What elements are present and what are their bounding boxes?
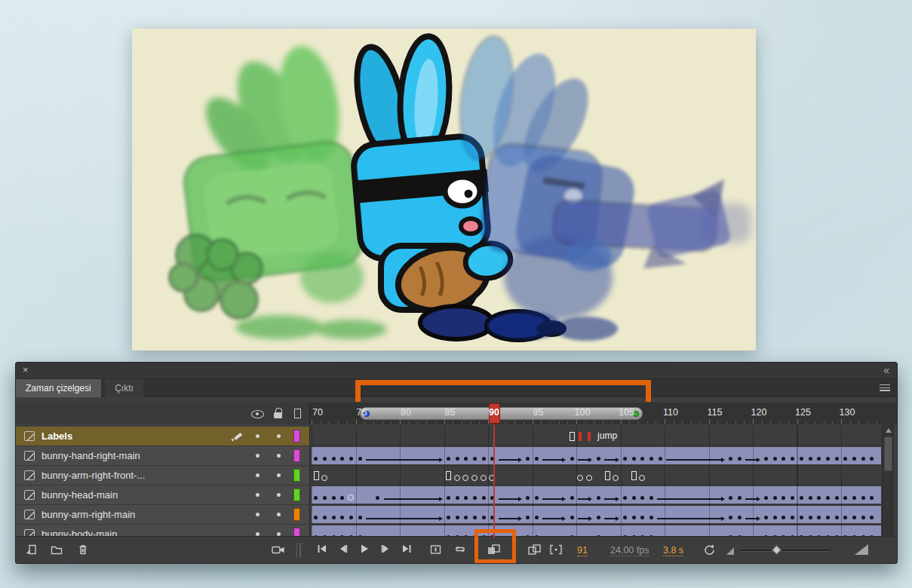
timeline-ruler[interactable]: 707580859095100105110115120125130 xyxy=(16,403,897,424)
layer-name[interactable]: bunny-hand-right-main xyxy=(41,450,140,461)
new-layer-button[interactable] xyxy=(26,544,39,557)
ruler-frame-number[interactable]: 90 xyxy=(489,407,499,418)
ruler-tick xyxy=(559,421,560,424)
ruler-frame-number[interactable]: 70 xyxy=(312,407,323,418)
layer-visibility-dot[interactable] xyxy=(256,434,259,438)
loop-playback-button[interactable] xyxy=(453,544,467,557)
ruler-tick xyxy=(877,421,877,424)
step-back-button[interactable] xyxy=(337,544,349,557)
ruler-tick xyxy=(647,421,648,424)
modify-markers-button[interactable] xyxy=(548,544,563,557)
scroll-up-arrow-icon[interactable] xyxy=(883,426,894,435)
layer-frame-track[interactable] xyxy=(312,446,882,466)
tab-timeline[interactable]: Zaman çizelgesi xyxy=(16,379,101,397)
resize-timeline-view-icon[interactable] xyxy=(855,544,868,555)
layer-row-bunny-arm-right-main[interactable]: bunny-arm-right-main xyxy=(16,505,310,525)
ruler-frame-number[interactable]: 100 xyxy=(575,407,591,418)
ruler-frame-number[interactable]: 125 xyxy=(795,407,811,418)
ruler-frame-number[interactable]: 80 xyxy=(401,407,411,418)
ruler-frame-number[interactable]: 115 xyxy=(708,407,723,418)
camera-button[interactable] xyxy=(271,544,286,557)
timeline-zoom-handle[interactable] xyxy=(772,545,781,555)
ruler-frame-number[interactable]: 75 xyxy=(357,407,367,418)
layer-name[interactable]: bunny-arm-right-front-... xyxy=(41,470,145,481)
layer-name[interactable]: bunny-arm-right-main xyxy=(41,509,135,520)
keyframe-dot xyxy=(623,496,627,500)
vertical-scrollbar[interactable] xyxy=(882,424,894,537)
frame-rate-value[interactable]: 24.00 fps xyxy=(610,545,649,556)
layer-frame-track[interactable] xyxy=(312,466,882,485)
layer-frame-track[interactable]: jump xyxy=(312,427,882,446)
ruler-frame-number[interactable]: 85 xyxy=(445,407,456,418)
keyframe-dot xyxy=(597,516,600,519)
delete-layer-button[interactable] xyxy=(76,544,90,557)
layer-row-bunny-arm-right-front-[interactable]: bunny-arm-right-front-... xyxy=(16,466,310,485)
play-button[interactable] xyxy=(358,544,370,557)
panel-close-button[interactable]: × xyxy=(23,365,29,375)
empty-keyframe-dot xyxy=(613,475,619,481)
keyframe-dot xyxy=(738,516,742,519)
ruler-tick xyxy=(735,421,736,424)
step-forward-button[interactable] xyxy=(379,544,392,557)
timeline-zoom-slider[interactable] xyxy=(740,550,831,552)
ruler-frame-number[interactable]: 110 xyxy=(663,407,678,418)
edit-multiple-frames-button[interactable] xyxy=(527,544,542,557)
layer-visibility-dot[interactable] xyxy=(256,473,259,477)
eye-icon[interactable] xyxy=(251,410,264,418)
lock-icon[interactable] xyxy=(274,412,282,418)
ruler-tick xyxy=(585,421,586,424)
ruler-tick xyxy=(505,421,506,424)
ruler-tick xyxy=(594,421,594,424)
scrollbar-thumb[interactable] xyxy=(884,436,892,471)
reset-timeline-zoom-button[interactable] xyxy=(702,544,716,557)
center-frame-button[interactable] xyxy=(429,544,443,557)
layer-color-swatch[interactable] xyxy=(293,488,300,501)
layer-color-swatch[interactable] xyxy=(293,449,300,462)
tab-output[interactable]: Çıktı xyxy=(105,379,143,397)
go-to-last-frame-button[interactable] xyxy=(401,544,413,557)
go-to-first-frame-button[interactable] xyxy=(316,544,328,557)
stage-canvas[interactable] xyxy=(132,29,756,351)
layer-visibility-dot[interactable] xyxy=(256,493,259,497)
panel-menu-icon[interactable] xyxy=(880,384,890,392)
ruler-frame-number[interactable]: 105 xyxy=(619,407,634,418)
layer-lock-dot[interactable] xyxy=(277,434,281,438)
layer-color-swatch[interactable] xyxy=(293,508,300,521)
layer-lock-dot[interactable] xyxy=(277,473,281,477)
layer-lock-dot[interactable] xyxy=(277,513,281,516)
layer-visibility-dot[interactable] xyxy=(256,513,259,516)
layer-lock-dot[interactable] xyxy=(277,454,281,458)
layer-frame-track[interactable] xyxy=(312,485,882,505)
layer-visibility-dot[interactable] xyxy=(256,454,259,458)
elapsed-time-value[interactable]: 3.8 s xyxy=(663,545,683,556)
layer-row-bunny-hand-right-main[interactable]: bunny-hand-right-main xyxy=(16,446,310,466)
tween-arrow-head xyxy=(439,516,443,521)
new-folder-button[interactable] xyxy=(50,544,63,557)
keyframe-dot xyxy=(447,496,450,500)
outline-icon[interactable] xyxy=(294,409,301,418)
layer-name[interactable]: bunny-head-main xyxy=(41,489,118,501)
keyframe-dot xyxy=(473,457,477,461)
layer-icon xyxy=(24,451,35,461)
timeline-zoom-out-icon[interactable] xyxy=(726,547,734,555)
ruler-tick xyxy=(479,421,480,424)
panel-collapse-button[interactable]: « xyxy=(883,364,889,376)
layer-row-bunny-head-main[interactable]: bunny-head-main xyxy=(16,485,310,505)
tween-arrow-head xyxy=(518,497,522,501)
desktop: { "colors": { "annotation": "#e2620c", "… xyxy=(0,0,912,588)
ruler-frame-number[interactable]: 130 xyxy=(840,407,855,418)
ruler-frame-number[interactable]: 95 xyxy=(533,407,544,418)
layer-frame-track[interactable] xyxy=(312,505,882,525)
tween-arrow-head xyxy=(518,516,522,521)
layer-lock-dot[interactable] xyxy=(277,493,281,497)
playhead-line[interactable] xyxy=(493,424,495,537)
ruler-frame-number[interactable]: 120 xyxy=(751,407,767,418)
layer-color-swatch[interactable] xyxy=(293,430,300,443)
current-frame-value[interactable]: 91 xyxy=(577,545,588,556)
tween-span xyxy=(312,506,881,523)
layer-color-swatch[interactable] xyxy=(293,469,300,482)
layer-name[interactable]: Labels xyxy=(41,430,72,442)
keyframe-dot xyxy=(826,496,830,500)
layer-row-labels[interactable]: Labels xyxy=(16,427,310,446)
tween-arrow-head xyxy=(757,497,760,501)
